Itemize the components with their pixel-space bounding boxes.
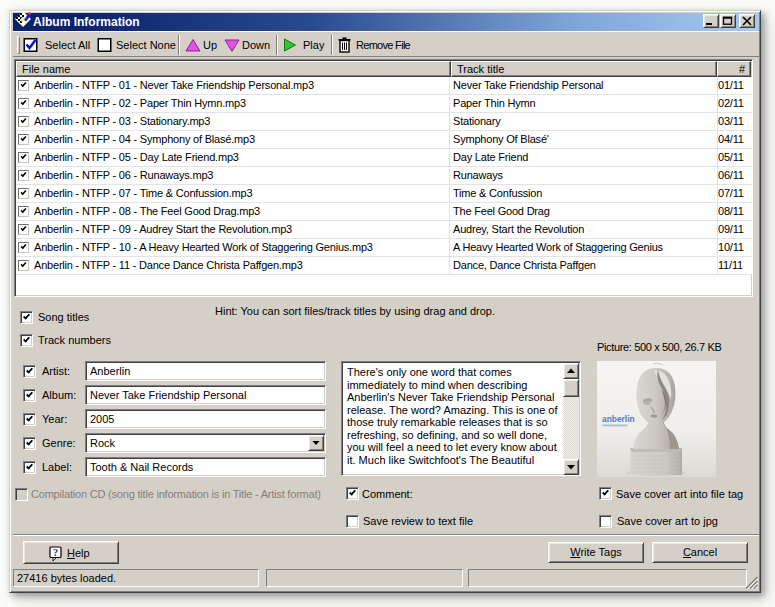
svg-text:?: ? xyxy=(53,547,58,558)
svg-text:anberlin: anberlin xyxy=(602,414,635,424)
